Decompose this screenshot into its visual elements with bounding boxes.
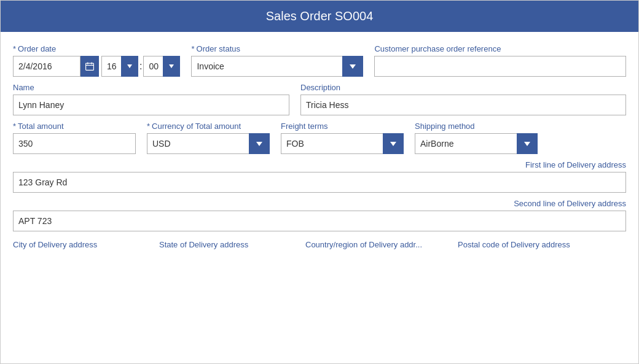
order-date-group: *Order date xyxy=(13,44,180,77)
country-label: Country/region of Delivery addr... xyxy=(305,240,447,249)
row-delivery-line1: First line of Delivery address xyxy=(13,160,626,193)
row-amount-shipping: *Total amount *Currency of Total amount … xyxy=(13,122,626,154)
date-input-wrap: 16 : 00 xyxy=(13,56,180,77)
customer-po-group: Customer purchase order reference xyxy=(374,44,626,77)
hour-select[interactable]: 16 xyxy=(101,56,138,77)
name-label: Name xyxy=(13,83,289,92)
title-bar: Sales Order SO004 xyxy=(1,1,638,32)
freight-terms-select-wrap: FOB CIF EXW DDP xyxy=(281,133,404,154)
delivery-line2-label: Second line of Delivery address xyxy=(514,199,626,208)
currency-group: *Currency of Total amount USD EUR GBP JP… xyxy=(147,122,270,154)
currency-label: *Currency of Total amount xyxy=(147,122,270,131)
required-star4: * xyxy=(147,122,150,131)
order-status-select-wrap: Invoice Draft Shipped Completed xyxy=(191,56,363,77)
customer-po-input[interactable] xyxy=(374,56,626,77)
shipping-method-group: Shipping method AirBorne FedEx UPS DHL xyxy=(415,122,538,154)
name-group: Name xyxy=(13,83,289,115)
total-amount-label: *Total amount xyxy=(13,122,136,131)
required-star3: * xyxy=(13,122,16,131)
order-status-label: *Order status xyxy=(191,44,363,53)
order-status-select[interactable]: Invoice Draft Shipped Completed xyxy=(191,56,363,77)
row-delivery-line2: Second line of Delivery address xyxy=(13,199,626,231)
freight-terms-group: Freight terms FOB CIF EXW DDP xyxy=(281,122,404,154)
row-name-desc: Name Description xyxy=(13,83,626,115)
order-date-label: *Order date xyxy=(13,44,180,53)
total-amount-group: *Total amount xyxy=(13,122,136,154)
currency-select-wrap: USD EUR GBP JPY xyxy=(147,133,270,154)
hour-select-wrap: 16 xyxy=(101,56,138,77)
minute-select-wrap: 00 xyxy=(143,56,180,77)
required-star2: * xyxy=(191,44,194,53)
description-label: Description xyxy=(300,83,626,92)
form-area: *Order date xyxy=(1,32,638,363)
order-status-group: *Order status Invoice Draft Shipped Comp… xyxy=(191,44,363,77)
time-colon: : xyxy=(138,56,143,77)
window-title: Sales Order SO004 xyxy=(266,9,374,23)
postal-label: Postal code of Delivery address xyxy=(458,240,626,249)
row-order-info: *Order date xyxy=(13,44,626,77)
time-part: 16 : 00 xyxy=(101,56,180,77)
svg-rect-0 xyxy=(86,63,94,70)
name-input[interactable] xyxy=(13,95,289,115)
delivery-line1-label: First line of Delivery address xyxy=(525,160,626,169)
delivery-line1-input[interactable] xyxy=(13,172,626,193)
delivery-line2-input[interactable] xyxy=(13,211,626,231)
total-amount-input[interactable] xyxy=(13,133,136,154)
freight-terms-label: Freight terms xyxy=(281,122,404,131)
city-label: City of Delivery address xyxy=(13,240,148,249)
customer-po-label: Customer purchase order reference xyxy=(374,44,626,53)
shipping-method-select-wrap: AirBorne FedEx UPS DHL xyxy=(415,133,538,154)
state-label: State of Delivery address xyxy=(159,240,294,249)
row-bottom-labels: City of Delivery address State of Delive… xyxy=(13,240,626,249)
order-date-input[interactable] xyxy=(13,56,80,77)
calendar-icon-button[interactable] xyxy=(80,56,99,77)
shipping-method-label: Shipping method xyxy=(415,122,538,131)
description-group: Description xyxy=(300,83,626,115)
sales-order-window: Sales Order SO004 *Order date xyxy=(0,0,639,364)
required-star: * xyxy=(13,44,16,53)
shipping-method-select[interactable]: AirBorne FedEx UPS DHL xyxy=(415,133,538,154)
calendar-icon xyxy=(85,61,95,71)
freight-terms-select[interactable]: FOB CIF EXW DDP xyxy=(281,133,404,154)
description-input[interactable] xyxy=(300,95,626,115)
currency-select[interactable]: USD EUR GBP JPY xyxy=(147,133,270,154)
minute-select[interactable]: 00 xyxy=(143,56,180,77)
